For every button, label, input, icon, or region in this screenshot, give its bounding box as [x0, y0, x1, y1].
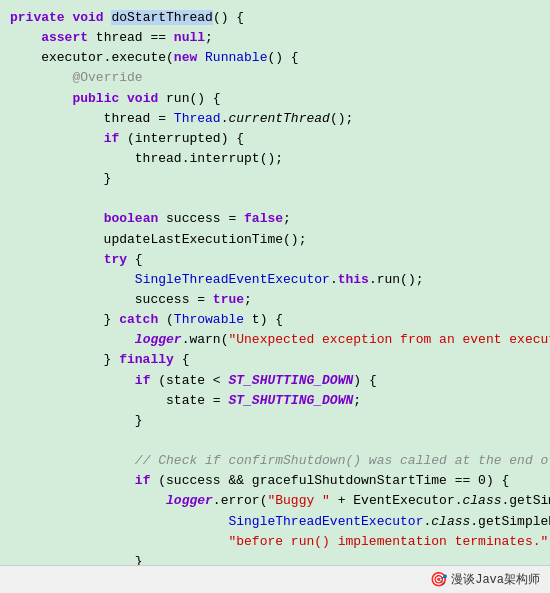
code-line-2: assert thread == null;: [10, 28, 540, 48]
footer-bar: 🎯 漫谈Java架构师: [0, 565, 550, 593]
footer-logo: 🎯 漫谈Java架构师: [430, 571, 540, 588]
code-line-6: thread = Thread.currentThread();: [10, 109, 540, 129]
code-line-12: updateLastExecutionTime();: [10, 230, 540, 250]
code-line-19: if (state < ST_SHUTTING_DOWN) {: [10, 371, 540, 391]
footer-icon: 🎯: [430, 571, 447, 588]
code-line-13: try {: [10, 250, 540, 270]
code-line-22: [10, 431, 540, 451]
code-line-26: SingleThreadEventExecutor.class.getSimpl…: [10, 512, 540, 532]
footer-text: 漫谈Java架构师: [451, 571, 540, 588]
code-line-28: }: [10, 552, 540, 565]
code-line-11: boolean success = false;: [10, 209, 540, 229]
code-line-10: [10, 189, 540, 209]
code-line-17: logger.warn("Unexpected exception from a…: [10, 330, 540, 350]
code-line-21: }: [10, 411, 540, 431]
code-line-16: } catch (Throwable t) {: [10, 310, 540, 330]
code-line-24: if (success && gracefulShutdownStartTime…: [10, 471, 540, 491]
code-view: private void doStartThread() { assert th…: [0, 0, 550, 565]
code-line-27: "before run() implementation terminates.…: [10, 532, 540, 552]
code-line-1: private void doStartThread() {: [10, 8, 540, 28]
code-line-3: executor.execute(new Runnable() {: [10, 48, 540, 68]
code-line-15: success = true;: [10, 290, 540, 310]
code-line-9: }: [10, 169, 540, 189]
code-line-25: logger.error("Buggy " + EventExecutor.cl…: [10, 491, 540, 511]
code-line-4: @Override: [10, 68, 540, 88]
code-line-20: state = ST_SHUTTING_DOWN;: [10, 391, 540, 411]
code-line-5: public void run() {: [10, 89, 540, 109]
code-line-8: thread.interrupt();: [10, 149, 540, 169]
code-line-14: SingleThreadEventExecutor.this.run();: [10, 270, 540, 290]
code-line-18: } finally {: [10, 350, 540, 370]
code-line-23: // Check if confirmShutdown() was called…: [10, 451, 540, 471]
code-line-7: if (interrupted) {: [10, 129, 540, 149]
